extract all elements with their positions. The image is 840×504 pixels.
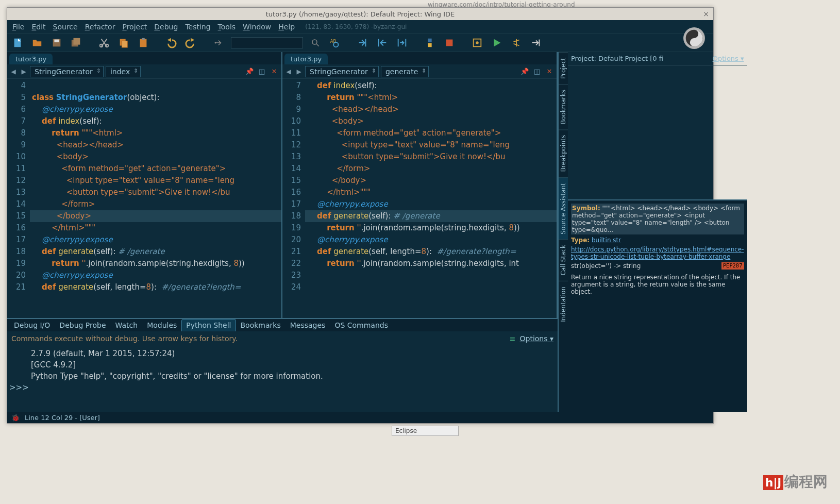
breakpoint-icon[interactable] — [470, 36, 484, 50]
project-options[interactable]: Options ▾ — [713, 55, 744, 62]
split-icon[interactable]: ◫ — [533, 68, 541, 76]
menu-edit[interactable]: Edit — [31, 23, 45, 31]
step-over-icon[interactable] — [395, 36, 409, 50]
nav-back-icon[interactable]: ◀ — [284, 68, 293, 76]
bottom-tab-os-commands[interactable]: OS Commands — [330, 319, 393, 331]
menu-debug[interactable]: Debug — [154, 23, 178, 31]
bottom-tab-python-shell[interactable]: Python Shell — [181, 319, 236, 331]
source-assistant: Symbol: """<html> <head></head> <body> <… — [568, 199, 747, 412]
svg-rect-13 — [140, 39, 147, 47]
search-icon[interactable] — [308, 36, 323, 50]
python-icon[interactable] — [423, 36, 437, 50]
copy-icon[interactable] — [116, 36, 131, 50]
step-in-icon[interactable] — [356, 36, 370, 50]
find-replace-icon[interactable]: AB — [328, 36, 342, 50]
vtab-call-stack[interactable]: Call Stack — [559, 239, 568, 280]
vtab-source-assistant[interactable]: Source Assistant — [559, 177, 568, 240]
svg-rect-14 — [142, 38, 145, 40]
nav-fwd-icon[interactable]: ▶ — [295, 68, 303, 76]
editor-pane-right: tutor3.py ◀ ▶ StringGenerator generate 📌… — [282, 52, 558, 318]
bug-icon[interactable]: 🐞 — [11, 414, 20, 422]
member-selector-left[interactable]: index — [106, 66, 141, 77]
file-tab-right[interactable]: tutor3.py — [284, 54, 328, 64]
bottom-tab-debug-probe[interactable]: Debug Probe — [55, 319, 110, 331]
nav-back-icon[interactable]: ◀ — [9, 68, 18, 76]
split-icon[interactable]: ◫ — [258, 68, 266, 76]
paste-icon[interactable] — [136, 36, 150, 50]
project-tree[interactable] — [568, 65, 747, 199]
shell-options[interactable]: Options ▾ — [519, 334, 553, 343]
pane-close-icon[interactable]: ✕ — [545, 68, 553, 76]
type-link[interactable]: builtin str — [592, 237, 621, 244]
open-file-icon[interactable] — [30, 36, 44, 50]
save-icon[interactable] — [49, 36, 64, 50]
member-selector-right[interactable]: generate — [381, 66, 429, 77]
bottom-tab-modules[interactable]: Modules — [142, 319, 181, 331]
editor-pane-left: tutor3.py ◀ ▶ StringGenerator index 📌 ◫ … — [7, 52, 282, 318]
svg-point-17 — [215, 42, 216, 44]
python-shell[interactable]: >>> 2.7.9 (default, Mar 1 2015, 12:57:24… — [7, 346, 558, 412]
cut-icon[interactable] — [97, 36, 111, 50]
bottom-tab-bookmarks[interactable]: Bookmarks — [236, 319, 285, 331]
bottom-panel: Debug I/ODebug ProbeWatchModulesPython S… — [7, 319, 558, 412]
bottom-tabs: Debug I/ODebug ProbeWatchModulesPython S… — [7, 319, 558, 331]
bottom-tab-watch[interactable]: Watch — [111, 319, 143, 331]
toolbar: AB — [7, 33, 713, 52]
class-selector-left[interactable]: StringGenerator — [30, 66, 104, 77]
statusbar: 🐞 Line 12 Col 29 - [User] — [7, 412, 713, 423]
menu-project[interactable]: Project — [122, 23, 147, 31]
code-editor-left[interactable]: 456789101112131415161718192021 class Str… — [7, 79, 281, 318]
goto-icon[interactable] — [211, 36, 226, 50]
menubar: File Edit Source Refactor Project Debug … — [7, 20, 713, 33]
docs-link[interactable]: http://docs.python.org/library/stdtypes.… — [571, 246, 744, 260]
debug-icon[interactable] — [509, 36, 524, 50]
redo-icon[interactable] — [183, 36, 198, 50]
menu-file[interactable]: File — [12, 23, 24, 31]
shell-config-icon[interactable]: ≡ — [510, 334, 516, 343]
taskbar-eclipse[interactable]: Eclipse — [392, 426, 459, 436]
svg-text:AB: AB — [330, 39, 337, 44]
project-title: Project: Default Project [0 fi — [571, 55, 663, 62]
step-out-icon[interactable] — [375, 36, 390, 50]
svg-marker-16 — [191, 38, 194, 42]
run-icon[interactable] — [490, 36, 504, 50]
svg-marker-15 — [167, 38, 171, 42]
continue-icon[interactable] — [529, 36, 543, 50]
new-file-icon[interactable] — [10, 36, 25, 50]
vtab-project[interactable]: Project — [559, 52, 568, 84]
save-all-icon[interactable] — [69, 36, 83, 50]
menu-tools[interactable]: Tools — [218, 23, 236, 31]
pep-badge: PEP287 — [721, 262, 744, 270]
menu-testing[interactable]: Testing — [185, 23, 210, 31]
code-editor-right[interactable]: 789101112131415161718192021222324 def in… — [282, 79, 557, 318]
nav-fwd-icon[interactable]: ▶ — [20, 68, 28, 76]
svg-point-2 — [693, 41, 696, 44]
vtab-breakpoints[interactable]: Breakpoints — [559, 129, 568, 177]
undo-icon[interactable] — [164, 36, 178, 50]
svg-point-10 — [106, 44, 109, 47]
svg-rect-3 — [14, 39, 21, 47]
window-close-icon[interactable]: × — [703, 10, 709, 18]
menu-refactor[interactable]: Refactor — [85, 23, 115, 31]
bottom-tab-messages[interactable]: Messages — [285, 319, 330, 331]
window-title: tutor3.py (/home/gaoy/qttest): Default P… — [266, 10, 455, 18]
search-input[interactable] — [231, 37, 303, 48]
svg-rect-8 — [74, 38, 80, 45]
menu-window[interactable]: Window — [243, 23, 271, 31]
titlebar: tutor3.py (/home/gaoy/qttest): Default P… — [7, 8, 713, 20]
menu-source[interactable]: Source — [53, 23, 78, 31]
svg-line-19 — [316, 44, 319, 46]
pin-icon[interactable]: 📌 — [245, 68, 254, 76]
class-selector-right[interactable]: StringGenerator — [305, 66, 379, 77]
svg-rect-12 — [122, 41, 127, 47]
vtab-indentation[interactable]: Indentation — [559, 281, 568, 327]
svg-point-1 — [693, 32, 696, 35]
vtab-bookmarks[interactable]: Bookmarks — [559, 84, 568, 129]
stop-icon[interactable] — [442, 36, 457, 50]
bottom-tab-debug-i-o[interactable]: Debug I/O — [9, 319, 55, 331]
menu-help[interactable]: Help — [278, 23, 295, 31]
file-tab-left[interactable]: tutor3.py — [9, 54, 53, 64]
pane-close-icon[interactable]: ✕ — [270, 68, 278, 76]
menubar-extra: (121, 83, 1630, 978) -byzanz-gui — [305, 23, 407, 30]
pin-icon[interactable]: 📌 — [520, 68, 529, 76]
